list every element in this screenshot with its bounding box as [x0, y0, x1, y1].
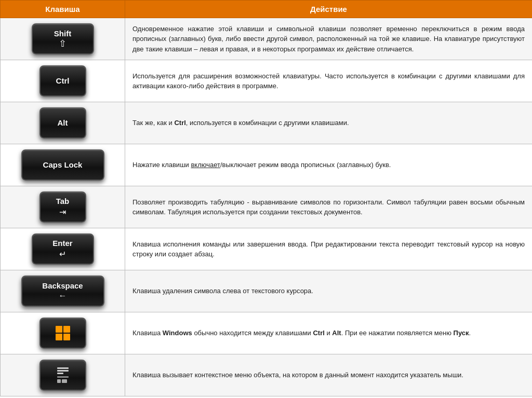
desc-cell: Клавиша исполнения команды или завершени… [125, 228, 533, 270]
desc-cell: Позволяет производить табуляцию - выравн… [125, 186, 533, 228]
key-enter: Enter ↵ [32, 234, 94, 265]
header-action-col: Действие [125, 1, 533, 18]
table-row: Shift ⇧ Одновременное нажатие этой клави… [1, 18, 533, 60]
table-row: Enter ↵ Клавиша исполнения команды или з… [1, 228, 533, 270]
desc-cell: Клавиша вызывает контекстное меню объект… [125, 354, 533, 396]
table-row: Backspace ← Клавиша удаления символа сле… [1, 270, 533, 312]
header-key-col: Клавиша [1, 1, 125, 18]
key-backspace: Backspace ← [21, 276, 104, 307]
key-cell: Caps Lock [1, 144, 125, 186]
key-cell: Tab ⇥ [1, 186, 125, 228]
key-ctrl: Ctrl [39, 65, 86, 97]
key-cell: Backspace ← [1, 270, 125, 312]
key-cell [1, 354, 125, 396]
table-row: Клавиша вызывает контекстное меню объект… [1, 354, 533, 396]
key-cell: Alt [1, 102, 125, 144]
key-windows [39, 318, 86, 349]
key-capslock: Caps Lock [21, 149, 104, 181]
table-row: Tab ⇥ Позволяет производить табуляцию - … [1, 186, 533, 228]
table-row: Alt Так же, как и Ctrl, используется в к… [1, 102, 533, 144]
key-cell: Ctrl [1, 60, 125, 102]
key-shift: Shift ⇧ [32, 23, 94, 54]
desc-cell: Клавиша Windows обычно находится между к… [125, 312, 533, 354]
table-row: Клавиша Windows обычно находится между к… [1, 312, 533, 354]
table-row: Caps Lock Нажатие клавиши включает/выклю… [1, 144, 533, 186]
desc-cell: Одновременное нажатие этой клавиши и сим… [125, 18, 533, 60]
key-menu [39, 360, 86, 391]
key-cell: Shift ⇧ [1, 18, 125, 60]
key-alt: Alt [39, 107, 86, 139]
table-row: Ctrl Используется для расширения возможн… [1, 60, 533, 102]
desc-cell: Используется для расширения возможностей… [125, 60, 533, 102]
desc-cell: Нажатие клавиши включает/выключает режим… [125, 144, 533, 186]
key-tab: Tab ⇥ [39, 191, 86, 223]
key-cell: Enter ↵ [1, 228, 125, 270]
desc-cell: Клавиша удаления символа слева от тексто… [125, 270, 533, 312]
desc-cell: Так же, как и Ctrl, используется в комби… [125, 102, 533, 144]
key-cell [1, 312, 125, 354]
